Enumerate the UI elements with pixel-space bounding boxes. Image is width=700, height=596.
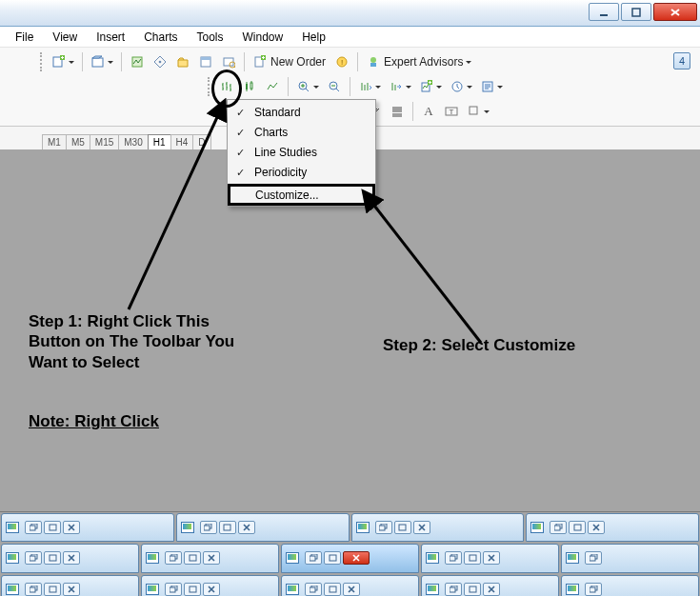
mdi-restore-button[interactable] bbox=[305, 583, 322, 596]
mdi-child-window[interactable] bbox=[421, 575, 559, 596]
mdi-child-window[interactable] bbox=[1, 544, 139, 572]
expert-advisors-button[interactable]: Expert Advisors bbox=[363, 51, 474, 72]
mdi-close-button[interactable] bbox=[483, 551, 500, 565]
mdi-child-window[interactable] bbox=[281, 544, 419, 572]
data-window-button[interactable] bbox=[172, 51, 193, 72]
mdi-maximize-button[interactable] bbox=[44, 583, 61, 596]
mdi-restore-button[interactable] bbox=[375, 521, 392, 534]
window-minimize-button[interactable] bbox=[589, 3, 619, 21]
objects-button[interactable] bbox=[464, 101, 492, 122]
mdi-restore-button[interactable] bbox=[25, 521, 42, 534]
toolbar-grip[interactable] bbox=[208, 77, 211, 96]
text-label-button[interactable]: T bbox=[441, 101, 462, 122]
mdi-restore-button[interactable] bbox=[165, 551, 182, 565]
indicators-button[interactable] bbox=[416, 76, 445, 97]
menu-window[interactable]: Window bbox=[233, 29, 293, 46]
context-item-customize[interactable]: Customize... bbox=[228, 184, 375, 206]
mdi-maximize-button[interactable] bbox=[219, 521, 236, 534]
mdi-restore-button[interactable] bbox=[25, 551, 42, 565]
mdi-maximize-button[interactable] bbox=[184, 551, 201, 565]
window-maximize-button[interactable] bbox=[621, 3, 651, 21]
templates-button[interactable] bbox=[477, 76, 506, 97]
mdi-maximize-button[interactable] bbox=[44, 521, 61, 534]
mdi-restore-button[interactable] bbox=[585, 583, 602, 596]
context-item-periodicity[interactable]: ✓Periodicity bbox=[230, 162, 373, 182]
mdi-child-window[interactable] bbox=[526, 513, 699, 542]
menu-view[interactable]: View bbox=[43, 29, 87, 46]
mdi-child-window[interactable] bbox=[281, 575, 419, 596]
mdi-maximize-button[interactable] bbox=[44, 551, 61, 565]
mdi-child-window[interactable] bbox=[141, 544, 279, 572]
period-tab-m1[interactable]: M1 bbox=[42, 134, 67, 149]
menu-tools[interactable]: Tools bbox=[188, 29, 233, 46]
period-tab-d[interactable]: D bbox=[192, 134, 210, 149]
mdi-close-button[interactable] bbox=[238, 521, 255, 534]
profile-button[interactable] bbox=[88, 51, 116, 72]
mdi-restore-button[interactable] bbox=[165, 583, 182, 596]
mdi-close-button[interactable] bbox=[63, 583, 80, 596]
period-tab-h4[interactable]: H4 bbox=[170, 134, 194, 149]
meta-help-button[interactable]: ! bbox=[331, 51, 352, 72]
mdi-maximize-button[interactable] bbox=[569, 521, 586, 534]
text-tool-button[interactable]: A bbox=[418, 101, 439, 122]
candlestick-button[interactable] bbox=[239, 76, 260, 97]
mdi-close-button[interactable] bbox=[588, 521, 605, 534]
mdi-child-window[interactable] bbox=[141, 575, 279, 596]
mdi-close-button[interactable] bbox=[343, 583, 360, 596]
mdi-child-window[interactable] bbox=[421, 544, 559, 572]
mdi-close-button[interactable] bbox=[203, 551, 220, 565]
navigator-button[interactable] bbox=[150, 51, 170, 72]
context-item-standard[interactable]: ✓Standard bbox=[230, 102, 373, 122]
context-item-charts[interactable]: ✓Charts bbox=[230, 122, 373, 142]
mdi-close-button[interactable] bbox=[343, 551, 370, 565]
mdi-restore-button[interactable] bbox=[445, 583, 462, 596]
mdi-close-button[interactable] bbox=[63, 521, 80, 534]
new-chart-button[interactable] bbox=[49, 51, 77, 72]
mdi-close-button[interactable] bbox=[203, 583, 220, 596]
menu-help[interactable]: Help bbox=[292, 29, 335, 46]
new-order-button[interactable]: New Order bbox=[250, 51, 330, 72]
period-tab-h1[interactable]: H1 bbox=[148, 134, 171, 149]
toolbar-grip[interactable] bbox=[40, 52, 44, 71]
mdi-maximize-button[interactable] bbox=[324, 551, 341, 565]
chart-shift-button[interactable] bbox=[386, 76, 414, 97]
strategy-tester-button[interactable] bbox=[218, 51, 239, 72]
menu-charts[interactable]: Charts bbox=[134, 29, 187, 46]
menu-insert[interactable]: Insert bbox=[87, 29, 134, 46]
mdi-child-window[interactable] bbox=[176, 513, 350, 542]
mdi-restore-button[interactable] bbox=[445, 551, 462, 565]
mdi-close-button[interactable] bbox=[483, 583, 500, 596]
period-tab-m5[interactable]: M5 bbox=[66, 134, 90, 149]
mdi-restore-button[interactable] bbox=[550, 521, 567, 534]
period-tab-m15[interactable]: M15 bbox=[90, 134, 119, 149]
periodicity-button[interactable] bbox=[447, 76, 475, 97]
mdi-child-window[interactable] bbox=[351, 513, 525, 542]
bar-chart-button[interactable] bbox=[216, 76, 237, 97]
notifications-badge[interactable]: 4 bbox=[673, 52, 690, 70]
mdi-restore-button[interactable] bbox=[585, 551, 602, 565]
fibonacci-button[interactable] bbox=[387, 101, 408, 122]
mdi-close-button[interactable] bbox=[413, 521, 430, 534]
mdi-maximize-button[interactable] bbox=[394, 521, 411, 534]
mdi-restore-button[interactable] bbox=[25, 583, 42, 596]
zoom-in-button[interactable] bbox=[293, 76, 322, 97]
mdi-maximize-button[interactable] bbox=[464, 583, 481, 596]
context-item-line-studies[interactable]: ✓Line Studies bbox=[230, 142, 373, 162]
mdi-maximize-button[interactable] bbox=[464, 551, 481, 565]
mdi-child-window[interactable] bbox=[561, 544, 699, 572]
mdi-close-button[interactable] bbox=[63, 551, 80, 565]
mdi-child-window[interactable] bbox=[1, 513, 174, 542]
auto-scroll-button[interactable] bbox=[355, 76, 384, 97]
window-close-button[interactable] bbox=[653, 3, 697, 21]
terminal-button[interactable] bbox=[195, 51, 216, 72]
mdi-child-window[interactable] bbox=[1, 575, 139, 596]
mdi-restore-button[interactable] bbox=[200, 521, 217, 534]
zoom-out-button[interactable] bbox=[324, 76, 345, 97]
menu-file[interactable]: File bbox=[6, 29, 43, 46]
mdi-maximize-button[interactable] bbox=[184, 583, 201, 596]
mdi-child-window[interactable] bbox=[561, 575, 699, 596]
mdi-maximize-button[interactable] bbox=[324, 583, 341, 596]
period-tab-m30[interactable]: M30 bbox=[118, 134, 148, 149]
line-chart-button[interactable] bbox=[262, 76, 283, 97]
mdi-restore-button[interactable] bbox=[305, 551, 322, 565]
